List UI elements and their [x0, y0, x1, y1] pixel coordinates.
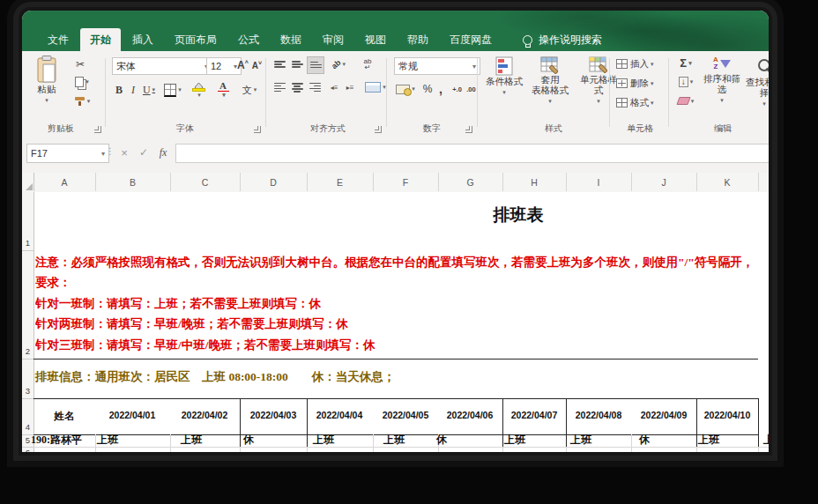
font-color-button[interactable]: A [212, 81, 234, 99]
column-header-e[interactable]: E [307, 173, 374, 191]
tab-file[interactable]: 文件 [38, 28, 78, 51]
tab-help[interactable]: 帮助 [398, 28, 438, 51]
column-header-b[interactable]: B [95, 173, 171, 191]
clear-button[interactable] [674, 94, 697, 107]
bold-button[interactable]: B [113, 83, 125, 97]
row-header-4[interactable]: 4 [22, 422, 33, 432]
tab-formulas[interactable]: 公式 [228, 28, 269, 51]
column-header-f[interactable]: F [373, 173, 439, 191]
format-as-table-button[interactable]: 套用 表格格式 [528, 56, 572, 107]
grow-font-button[interactable]: A˄ [236, 57, 249, 73]
wrap-text-button[interactable]: ab↵ [358, 56, 377, 72]
format-painter-button[interactable] [71, 95, 93, 107]
date-header-cell[interactable]: 2022/04/09 [641, 410, 688, 420]
name-header-cell[interactable]: 姓名 [55, 410, 75, 423]
orientation-button[interactable]: ab [327, 56, 350, 72]
shift-cell[interactable]: 上班 [313, 434, 334, 446]
fill-color-button[interactable] [188, 81, 209, 99]
tab-baidu-netdisk[interactable]: 百度网盘 [440, 28, 502, 51]
number-dialog-launcher[interactable] [465, 126, 472, 133]
align-middle-button[interactable] [289, 58, 305, 71]
tab-view[interactable]: 视图 [355, 28, 396, 51]
copy-button[interactable] [71, 76, 93, 88]
date-header-cell[interactable]: 2022/04/03 [250, 410, 297, 420]
shift-cell[interactable]: 休 [639, 434, 650, 446]
align-top-button[interactable] [271, 58, 287, 71]
accounting-format-button[interactable] [394, 81, 417, 97]
cut-button[interactable]: ✂ [71, 58, 90, 70]
date-header-cell[interactable]: 2022/04/05 [383, 410, 429, 420]
underline-button[interactable]: U [140, 83, 158, 97]
tab-page-layout[interactable]: 页面布局 [165, 28, 227, 51]
name-box-drag-handle[interactable]: ⋮ [106, 146, 114, 156]
column-header-j[interactable]: J [631, 173, 697, 191]
format-cells-button[interactable]: 格式 [616, 96, 662, 109]
tab-insert[interactable]: 插入 [123, 28, 163, 51]
italic-button[interactable]: I [128, 83, 138, 97]
conditional-formatting-button[interactable]: 条件格式 [484, 56, 524, 98]
align-right-button[interactable] [307, 81, 323, 94]
column-header-h[interactable]: H [502, 173, 567, 191]
sort-filter-button[interactable]: AZ 排序和筛选 [703, 56, 741, 106]
comma-button[interactable]: , [435, 81, 446, 97]
shift-cell[interactable]: 上班 [698, 434, 719, 446]
enter-button[interactable]: ✓ [135, 144, 152, 161]
paste-button[interactable]: 粘贴 [29, 56, 64, 106]
tell-me-search[interactable]: 操作说明搜索 [523, 28, 602, 51]
autosum-button[interactable]: Σ [674, 56, 697, 70]
date-header-cell[interactable]: 2022/04/01 [109, 410, 156, 420]
date-header-cell[interactable]: 2022/04/06 [447, 410, 494, 420]
schedule-info-cell[interactable]: 排班信息：通用班次：居民区 上班 08:00-18:00 休：当天休息； [35, 369, 395, 385]
date-header-cell[interactable]: 2022/04/08 [576, 410, 622, 420]
name-box[interactable]: F17 ▾ [26, 144, 109, 163]
tab-review[interactable]: 审阅 [313, 28, 353, 51]
shift-cell[interactable]: 上班 [181, 434, 202, 446]
insert-function-button[interactable]: fx [154, 144, 172, 161]
shift-cell[interactable]: 休 [243, 434, 254, 446]
formula-input[interactable] [175, 144, 769, 163]
font-name-select[interactable]: 宋体 ▾ [112, 57, 212, 75]
shift-cell[interactable]: 上班 [504, 434, 525, 446]
decrease-indent-button[interactable]: ◂≡ [327, 81, 341, 94]
merge-center-button[interactable] [364, 80, 387, 94]
cancel-button[interactable]: × [115, 144, 133, 161]
tab-home[interactable]: 开始 [80, 28, 121, 51]
increase-indent-button[interactable]: ▸≡ [343, 81, 357, 94]
column-header-i[interactable]: I [566, 173, 632, 191]
delete-cells-button[interactable]: 删除 [616, 77, 662, 90]
row-header-3[interactable]: 3 [22, 386, 33, 396]
borders-button[interactable] [163, 83, 182, 97]
tab-data[interactable]: 数据 [271, 28, 311, 51]
shift-cell[interactable]: 休 [436, 434, 447, 446]
row-header-1[interactable]: 1 [22, 238, 33, 248]
fill-button[interactable]: ↓ [674, 75, 697, 88]
alignment-dialog-launcher[interactable] [375, 126, 382, 133]
column-header-g[interactable]: G [438, 173, 503, 191]
shift-cell[interactable]: 上班 [763, 434, 769, 446]
font-dialog-launcher[interactable] [254, 126, 261, 133]
date-header-cell[interactable]: 2022/04/07 [511, 410, 558, 420]
align-left-button[interactable] [271, 81, 287, 94]
find-select-button[interactable]: 查找和选择 [745, 56, 769, 109]
column-header-c[interactable]: C [170, 173, 241, 191]
column-header-partial[interactable] [758, 173, 769, 191]
employee-name-cell[interactable]: 190:路林平 [31, 434, 82, 446]
column-header-a[interactable]: A [33, 173, 96, 191]
date-header-cell[interactable]: 2022/04/10 [704, 410, 751, 420]
sheet-title[interactable]: 排班表 [494, 204, 544, 226]
insert-cells-button[interactable]: 插入 [616, 57, 662, 70]
select-all-corner[interactable] [22, 173, 34, 191]
decrease-decimal-button[interactable]: .00 [465, 81, 478, 97]
align-center-button[interactable] [289, 81, 305, 94]
date-header-cell[interactable]: 2022/04/04 [316, 410, 363, 420]
align-bottom-button[interactable] [307, 56, 324, 74]
number-format-select[interactable]: 常规 ▾ [394, 57, 480, 75]
column-header-d[interactable]: D [240, 173, 308, 191]
percent-button[interactable]: % [420, 81, 435, 97]
shift-cell[interactable]: 上班 [97, 434, 118, 446]
notice-block[interactable]: 注意：必须严格按照现有格式，否则无法识别到大树中台。根据您在中台的配置填写班次，… [35, 252, 769, 355]
phonetic-guide-button[interactable]: 文 [239, 83, 260, 97]
row-header-2[interactable]: 2 [22, 346, 33, 356]
row-header-6[interactable]: 6 [22, 448, 33, 452]
shift-cell[interactable]: 上班 [383, 434, 405, 446]
